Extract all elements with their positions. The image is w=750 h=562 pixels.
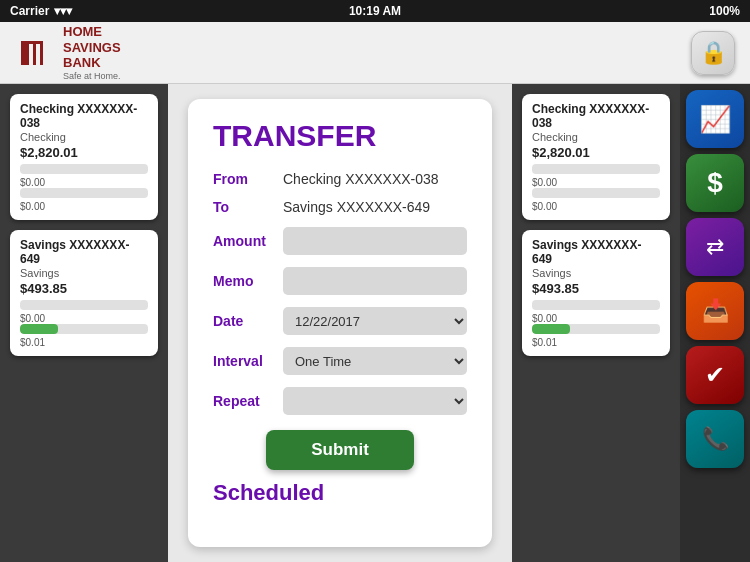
left-savings-balance: $493.85: [20, 281, 148, 296]
chart-icon-button[interactable]: 📈: [686, 90, 744, 148]
deposit-icon: 📥: [702, 298, 729, 324]
status-bar: Carrier ▾▾▾ 10:19 AM 100%: [0, 0, 750, 22]
lock-icon: 🔒: [700, 40, 727, 66]
svg-rect-3: [40, 41, 43, 65]
left-savings-bar1-container: [20, 300, 148, 310]
dollar-icon: $: [707, 167, 723, 199]
battery-label: 100%: [709, 4, 740, 18]
left-savings-bar2-label: $0.01: [20, 337, 148, 348]
icon-panel: 📈 $ ⇄ 📥 ✔ 📞: [680, 84, 750, 562]
left-savings-bar1-label: $0.00: [20, 313, 148, 324]
right-checking-bar2-container: [532, 188, 660, 198]
amount-label: Amount: [213, 233, 283, 249]
logo-name: HOMESAVINGSBANK: [63, 24, 121, 71]
deposit-icon-button[interactable]: 📥: [686, 282, 744, 340]
right-checking-type: Checking: [532, 131, 660, 143]
lock-button[interactable]: 🔒: [691, 31, 735, 75]
left-checking-type: Checking: [20, 131, 148, 143]
left-savings-bar2-container: [20, 324, 148, 334]
right-savings-bar1-container: [532, 300, 660, 310]
header: HOMESAVINGSBANK Safe at Home. 🔒: [0, 22, 750, 84]
repeat-select[interactable]: [283, 387, 467, 415]
svg-rect-4: [21, 41, 43, 44]
left-savings-bar2-fill: [20, 324, 58, 334]
status-left: Carrier ▾▾▾: [10, 4, 72, 18]
right-savings-bar2-label: $0.01: [532, 337, 660, 348]
right-savings-bar1-label: $0.00: [532, 313, 660, 324]
status-right: 100%: [709, 4, 740, 18]
date-select[interactable]: 12/22/2017: [283, 307, 467, 335]
svg-rect-1: [21, 41, 29, 65]
repeat-select-wrapper: [283, 387, 467, 415]
right-checking-balance: $2,820.01: [532, 145, 660, 160]
right-savings-type: Savings: [532, 267, 660, 279]
from-label: From: [213, 171, 283, 187]
left-checking-bar1-container: [20, 164, 148, 174]
left-accounts-panel: Checking XXXXXXX-038 Checking $2,820.01 …: [0, 84, 168, 562]
main-layout: Checking XXXXXXX-038 Checking $2,820.01 …: [0, 84, 750, 562]
transfer-icon: ⇄: [706, 234, 724, 260]
left-savings-title: Savings XXXXXXX-649: [20, 238, 148, 266]
left-checking-bar2-label: $0.00: [20, 201, 148, 212]
right-checking-title: Checking XXXXXXX-038: [532, 102, 660, 130]
right-checking-card[interactable]: Checking XXXXXXX-038 Checking $2,820.01 …: [522, 94, 670, 220]
memo-label: Memo: [213, 273, 283, 289]
right-savings-bar2-fill: [532, 324, 570, 334]
amount-row: Amount: [213, 227, 467, 255]
logo-text-area: HOMESAVINGSBANK Safe at Home.: [63, 24, 121, 81]
interval-select-wrapper: One Time Weekly Bi-Weekly Monthly: [283, 347, 467, 375]
right-accounts-panel: Checking XXXXXXX-038 Checking $2,820.01 …: [512, 84, 680, 562]
left-checking-bar2-container: [20, 188, 148, 198]
svg-rect-2: [33, 41, 36, 65]
left-savings-card[interactable]: Savings XXXXXXX-649 Savings $493.85 $0.0…: [10, 230, 158, 356]
left-savings-type: Savings: [20, 267, 148, 279]
status-time: 10:19 AM: [349, 4, 401, 18]
logo-area: HOMESAVINGSBANK Safe at Home.: [15, 24, 121, 81]
wifi-icon: ▾▾▾: [54, 4, 72, 18]
right-checking-bar2-label: $0.00: [532, 201, 660, 212]
dollar-icon-button[interactable]: $: [686, 154, 744, 212]
right-savings-bar2-container: [532, 324, 660, 334]
right-checking-bar1-label: $0.00: [532, 177, 660, 188]
transfer-title: TRANSFER: [213, 119, 467, 153]
left-checking-bar1-label: $0.00: [20, 177, 148, 188]
interval-label: Interval: [213, 353, 283, 369]
date-row: Date 12/22/2017: [213, 307, 467, 335]
memo-input[interactable]: [283, 267, 467, 295]
repeat-label: Repeat: [213, 393, 283, 409]
interval-select[interactable]: One Time Weekly Bi-Weekly Monthly: [283, 347, 467, 375]
date-label: Date: [213, 313, 283, 329]
transfer-icon-button[interactable]: ⇄: [686, 218, 744, 276]
bank-logo-icon: [15, 33, 55, 73]
carrier-label: Carrier: [10, 4, 49, 18]
contact-icon-button[interactable]: 📞: [686, 410, 744, 468]
from-row: From Checking XXXXXXX-038: [213, 171, 467, 187]
left-checking-card[interactable]: Checking XXXXXXX-038 Checking $2,820.01 …: [10, 94, 158, 220]
center-panel: TRANSFER From Checking XXXXXXX-038 To Sa…: [168, 84, 512, 562]
right-savings-card[interactable]: Savings XXXXXXX-649 Savings $493.85 $0.0…: [522, 230, 670, 356]
right-checking-bar1-container: [532, 164, 660, 174]
check-icon-button[interactable]: ✔: [686, 346, 744, 404]
logo-tagline: Safe at Home.: [63, 71, 121, 81]
scheduled-label: Scheduled: [213, 480, 467, 506]
transfer-form-card: TRANSFER From Checking XXXXXXX-038 To Sa…: [188, 99, 492, 547]
repeat-row: Repeat: [213, 387, 467, 415]
to-value: Savings XXXXXXX-649: [283, 199, 430, 215]
contact-icon: 📞: [702, 426, 729, 452]
to-label: To: [213, 199, 283, 215]
left-checking-title: Checking XXXXXXX-038: [20, 102, 148, 130]
check-icon: ✔: [705, 361, 725, 389]
left-checking-balance: $2,820.01: [20, 145, 148, 160]
date-select-wrapper: 12/22/2017: [283, 307, 467, 335]
interval-row: Interval One Time Weekly Bi-Weekly Month…: [213, 347, 467, 375]
from-value: Checking XXXXXXX-038: [283, 171, 439, 187]
submit-row: Submit: [213, 430, 467, 470]
submit-button[interactable]: Submit: [266, 430, 414, 470]
memo-row: Memo: [213, 267, 467, 295]
to-row: To Savings XXXXXXX-649: [213, 199, 467, 215]
amount-input[interactable]: [283, 227, 467, 255]
right-savings-balance: $493.85: [532, 281, 660, 296]
right-savings-title: Savings XXXXXXX-649: [532, 238, 660, 266]
chart-icon: 📈: [699, 104, 731, 135]
